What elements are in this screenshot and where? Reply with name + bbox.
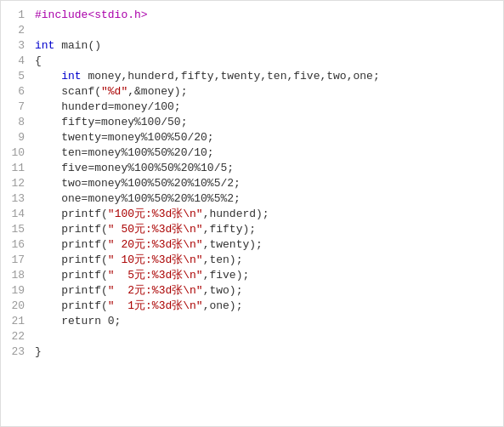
code-token: " 20元:%3d张\n" (108, 238, 203, 251)
code-line: printf(" 1元:%3d张\n",one); (35, 299, 503, 314)
line-number: 17 (6, 253, 25, 268)
line-number: 2 (6, 23, 25, 38)
code-line: printf(" 2元:%3d张\n",two); (35, 283, 503, 299)
code-token: #include<stdio.h> (35, 9, 148, 21)
line-number: 3 (6, 38, 25, 54)
code-line: return 0; (35, 314, 503, 329)
code-line: one=money%100%50%20%10%5%2; (35, 191, 503, 207)
code-line: int money,hunderd,fifty,twenty,ten,five,… (35, 69, 503, 84)
code-line (35, 329, 503, 344)
code-token: printf( (35, 269, 108, 282)
code-line: } (35, 344, 503, 360)
code-token: printf( (35, 223, 108, 236)
line-number: 8 (6, 115, 25, 130)
code-token: return 0; (35, 315, 121, 327)
code-line: printf("100元:%3d张\n",hunderd); (35, 207, 503, 222)
code-line: two=money%100%50%20%10%5/2; (35, 176, 503, 191)
line-number: 21 (6, 314, 25, 329)
code-line: scanf("%d",&money); (35, 84, 503, 100)
code-content[interactable]: #include<stdio.h> int main(){ int money,… (31, 8, 503, 419)
line-number: 15 (6, 222, 25, 237)
code-token: int (61, 70, 81, 83)
code-line: #include<stdio.h> (35, 8, 503, 23)
line-number: 11 (6, 161, 25, 176)
code-token: " 1元:%3d张\n" (108, 299, 203, 312)
code-token: ,twenty); (203, 238, 263, 251)
code-editor: 1234567891011121314151617181920212223 #i… (0, 0, 504, 427)
code-line: { (35, 54, 503, 69)
code-token: ,hunderd); (203, 208, 269, 220)
code-token: printf( (35, 299, 108, 312)
code-token: printf( (35, 253, 108, 266)
code-token: printf( (35, 208, 108, 220)
code-line: fifty=money%100/50; (35, 115, 503, 130)
line-number: 12 (6, 176, 25, 191)
code-token: ,two); (203, 284, 243, 297)
code-line (35, 23, 503, 38)
code-token: "%d" (101, 85, 127, 98)
code-token: ten=money%100%50%20/10; (35, 146, 214, 159)
code-token: scanf( (35, 85, 101, 98)
code-token: " 2元:%3d张\n" (108, 284, 203, 297)
code-token: } (35, 345, 42, 358)
code-token: fifty=money%100/50; (35, 116, 187, 128)
code-area: 1234567891011121314151617181920212223 #i… (1, 1, 503, 426)
code-token (35, 70, 61, 83)
line-number: 22 (6, 329, 25, 344)
line-number: 19 (6, 283, 25, 299)
code-token: printf( (35, 238, 108, 251)
code-line: printf(" 10元:%3d张\n",ten); (35, 253, 503, 268)
line-number: 5 (6, 69, 25, 84)
code-line: printf(" 5元:%3d张\n",five); (35, 268, 503, 283)
code-token: main() (54, 39, 101, 52)
code-token: ,one); (203, 299, 243, 312)
code-token: money,hunderd,fifty,twenty,ten,five,two,… (82, 70, 380, 83)
code-token: ,ten); (203, 253, 243, 266)
code-token: " 10元:%3d张\n" (108, 253, 203, 266)
code-token: one=money%100%50%20%10%5%2; (35, 192, 241, 205)
code-token: "100元:%3d张\n" (108, 208, 203, 220)
code-line: printf(" 20元:%3d张\n",twenty); (35, 237, 503, 253)
code-token: five=money%100%50%20%10/5; (35, 162, 234, 174)
code-line: five=money%100%50%20%10/5; (35, 161, 503, 176)
code-line: twenty=money%100%50/20; (35, 130, 503, 145)
code-token: ,&money); (127, 85, 187, 98)
code-token: two=money%100%50%20%10%5/2; (35, 177, 241, 190)
line-number: 13 (6, 191, 25, 207)
code-token: ,fifty); (203, 223, 256, 236)
line-number: 10 (6, 145, 25, 161)
code-token: int (35, 39, 54, 52)
code-token: printf( (35, 284, 108, 297)
line-number: 20 (6, 299, 25, 314)
line-number: 16 (6, 237, 25, 253)
code-line: printf(" 50元:%3d张\n",fifty); (35, 222, 503, 237)
line-number: 9 (6, 130, 25, 145)
code-token: ,five); (203, 269, 250, 282)
line-number: 7 (6, 100, 25, 115)
line-numbers: 1234567891011121314151617181920212223 (1, 8, 31, 419)
code-token: { (35, 54, 42, 67)
code-line: ten=money%100%50%20/10; (35, 145, 503, 161)
code-token: " 5元:%3d张\n" (108, 269, 203, 282)
line-number: 14 (6, 207, 25, 222)
code-token: " 50元:%3d张\n" (108, 223, 203, 236)
line-number: 6 (6, 84, 25, 100)
line-number: 1 (6, 8, 25, 23)
line-number: 18 (6, 268, 25, 283)
line-number: 23 (6, 344, 25, 360)
line-number: 4 (6, 54, 25, 69)
code-line: hunderd=money/100; (35, 100, 503, 115)
code-token: twenty=money%100%50/20; (35, 131, 214, 144)
code-token: hunderd=money/100; (35, 100, 181, 113)
code-line: int main() (35, 38, 503, 54)
